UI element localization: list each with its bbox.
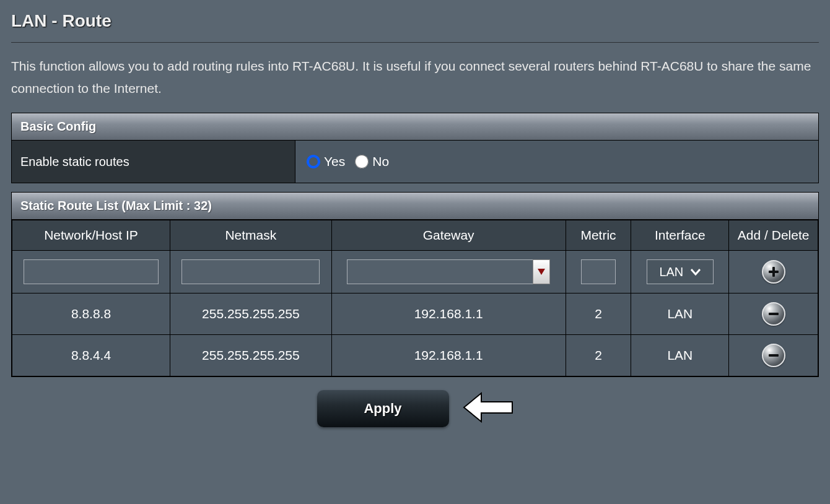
minus-icon: [767, 308, 780, 320]
table-header-row: Network/Host IP Netmask Gateway Metric I…: [12, 220, 818, 251]
svg-rect-4: [769, 354, 779, 357]
row-ip: 8.8.8.8: [12, 293, 170, 335]
col-interface: Interface: [631, 220, 729, 251]
gateway-dropdown-button[interactable]: [533, 259, 550, 284]
apply-button[interactable]: Apply: [317, 390, 449, 427]
arrow-left-icon: [463, 389, 513, 425]
new-metric-input[interactable]: [581, 259, 616, 284]
enable-static-routes-row: Enable static routes Yes No: [12, 141, 818, 183]
apply-row: Apply: [11, 389, 819, 428]
chevron-down-icon: [691, 268, 701, 276]
new-interface-select[interactable]: LAN: [647, 259, 714, 284]
basic-config-header: Basic Config: [12, 113, 818, 141]
enable-yes-radio[interactable]: [307, 155, 320, 168]
row-interface: LAN: [631, 293, 729, 335]
col-ip: Network/Host IP: [12, 220, 170, 251]
table-row: 8.8.8.8 255.255.255.255 192.168.1.1 2 LA…: [12, 293, 818, 335]
svg-rect-2: [769, 271, 779, 273]
row-netmask: 255.255.255.255: [170, 335, 332, 376]
enable-no-option[interactable]: No: [355, 154, 389, 169]
row-metric: 2: [566, 293, 631, 335]
delete-route-button[interactable]: [762, 302, 785, 326]
add-route-button[interactable]: [762, 260, 785, 284]
row-netmask: 255.255.255.255: [170, 293, 332, 335]
row-ip: 8.8.4.4: [12, 335, 170, 376]
page-description: This function allows you to add routing …: [11, 55, 819, 99]
svg-marker-0: [538, 269, 545, 275]
route-list-panel: Static Route List (Max Limit : 32) Netwo…: [11, 192, 819, 377]
new-ip-input[interactable]: [24, 259, 159, 284]
table-new-row: LAN: [12, 251, 818, 293]
col-netmask: Netmask: [170, 220, 332, 251]
new-interface-value: LAN: [659, 265, 683, 279]
divider: [11, 42, 819, 43]
new-gateway-input[interactable]: [347, 259, 533, 284]
route-table: Network/Host IP Netmask Gateway Metric I…: [12, 220, 818, 376]
caret-down-icon: [538, 269, 545, 275]
table-row: 8.8.4.4 255.255.255.255 192.168.1.1 2 LA…: [12, 335, 818, 376]
row-gateway: 192.168.1.1: [331, 335, 566, 376]
minus-icon: [767, 349, 780, 362]
col-gateway: Gateway: [331, 220, 566, 251]
enable-static-routes-value: Yes No: [295, 141, 818, 183]
delete-route-button[interactable]: [762, 344, 785, 367]
enable-yes-option[interactable]: Yes: [307, 154, 345, 169]
enable-no-radio[interactable]: [355, 155, 369, 168]
svg-rect-3: [769, 313, 779, 315]
row-metric: 2: [566, 335, 631, 376]
row-interface: LAN: [631, 335, 729, 376]
enable-yes-label: Yes: [324, 154, 345, 169]
svg-marker-5: [464, 393, 512, 422]
page-title: LAN - Route: [11, 11, 819, 31]
col-action: Add / Delete: [729, 220, 818, 251]
enable-no-label: No: [372, 154, 389, 169]
plus-icon: [767, 266, 780, 278]
new-netmask-input[interactable]: [181, 259, 320, 284]
route-list-header: Static Route List (Max Limit : 32): [12, 193, 818, 220]
col-metric: Metric: [566, 220, 631, 251]
arrow-annotation: [463, 389, 513, 428]
enable-static-routes-label: Enable static routes: [12, 141, 295, 183]
basic-config-panel: Basic Config Enable static routes Yes No: [11, 113, 819, 183]
row-gateway: 192.168.1.1: [331, 293, 566, 335]
